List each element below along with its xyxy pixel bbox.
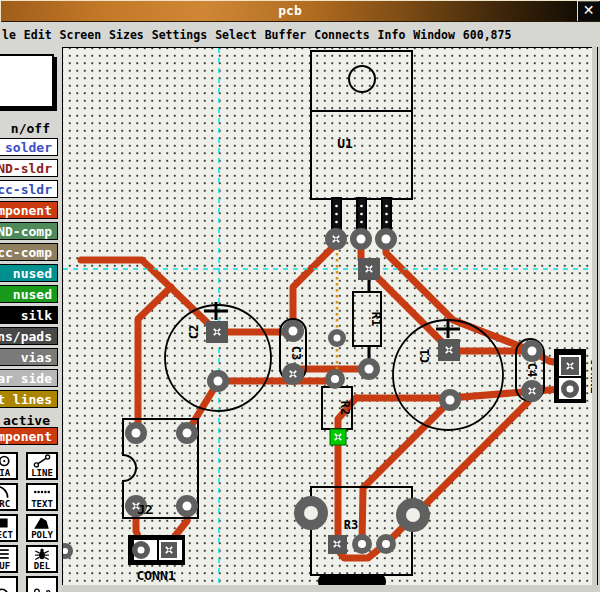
component-c2[interactable]: [165, 302, 271, 411]
label-c4[interactable]: C4: [525, 363, 539, 377]
pcb-application-window: pcb ✕ le Edit Screen Sizes Settings Sele…: [0, 0, 600, 592]
menu-item-connects[interactable]: Connects: [314, 28, 369, 42]
label-r3[interactable]: R3: [344, 518, 358, 532]
menu-item-select[interactable]: Select: [215, 28, 257, 42]
trace[interactable]: [386, 241, 532, 351]
tool-button-del[interactable]: DEL: [26, 545, 58, 573]
sidebar: n/off solder ND-sldr cc-sldr mponent ND-…: [0, 47, 62, 592]
tool-button-rotate[interactable]: [0, 576, 18, 592]
layer-button-gnd-comp[interactable]: ND-comp: [0, 222, 58, 240]
label-conn1[interactable]: CONN1: [136, 568, 175, 583]
tool-label: VIA: [0, 468, 10, 478]
tool-label: TEXT: [31, 499, 53, 509]
layout-preview-box[interactable]: [0, 54, 54, 108]
tool-button-buf[interactable]: BUF: [0, 545, 18, 573]
trace[interactable]: [293, 243, 337, 333]
rect-tool-icon: [0, 516, 11, 530]
tool-label: DEL: [34, 561, 50, 571]
label-r2[interactable]: R2: [338, 401, 352, 415]
trace[interactable]: [138, 287, 171, 431]
via-tool-icon: [0, 454, 11, 468]
tool-button-arc[interactable]: ARC: [0, 483, 18, 511]
component-c1[interactable]: [393, 320, 503, 430]
cursor-position-readout: 600,875: [463, 28, 511, 42]
tool-label: LINE: [31, 468, 53, 478]
menu-item-buffer[interactable]: Buffer: [265, 28, 307, 42]
thermal-tool-icon: [33, 588, 51, 592]
line-tool-icon: [33, 454, 51, 468]
onoff-label: n/off: [0, 121, 58, 136]
text-tool-icon: [33, 485, 51, 499]
layer-button-unused-2[interactable]: nused: [0, 285, 58, 303]
layer-button-vcc-comp[interactable]: cc-comp: [0, 243, 58, 261]
trace[interactable]: [81, 260, 217, 332]
layer-button-pins-pads[interactable]: ns/pads: [0, 327, 58, 345]
titlebar[interactable]: pcb ✕: [0, 0, 600, 22]
layer-button-far-side[interactable]: ar side: [0, 369, 58, 387]
active-layer-button[interactable]: mponent: [0, 427, 58, 445]
bottom-window-edge: [62, 585, 600, 592]
label-c2[interactable]: C2: [187, 325, 201, 339]
tool-button-thermal[interactable]: [26, 576, 58, 592]
layer-button-silk[interactable]: silk: [0, 306, 58, 324]
layer-button-rat-lines[interactable]: t lines: [0, 390, 58, 408]
layer-button-vias[interactable]: vias: [0, 348, 58, 366]
right-window-edge: [592, 47, 600, 592]
layer-button-component[interactable]: mponent: [0, 201, 58, 219]
tool-button-via[interactable]: VIA: [0, 452, 18, 480]
canvas-right-border: [597, 47, 598, 585]
pcb-layout-canvas[interactable]: U1 R1 R2 C3 C4 C2 C1 CONN2 R3 CONN1 J2: [62, 47, 593, 586]
component-u1[interactable]: [311, 51, 412, 230]
layer-button-solder[interactable]: solder: [0, 138, 58, 156]
layer-button-vcc-sldr[interactable]: cc-sldr: [0, 180, 58, 198]
close-icon[interactable]: ✕: [577, 1, 599, 21]
rotate-tool-icon: [0, 588, 11, 592]
tool-button-rect[interactable]: RECT: [0, 514, 18, 542]
label-u1[interactable]: U1: [337, 136, 353, 151]
tool-button-poly[interactable]: POLY: [26, 514, 58, 542]
label-j2[interactable]: J2: [137, 502, 153, 517]
menu-item-screen[interactable]: Screen: [60, 28, 102, 42]
menu-item-settings[interactable]: Settings: [152, 28, 207, 42]
label-c3[interactable]: C3: [289, 346, 303, 360]
active-label: active: [0, 413, 58, 428]
bug-delete-tool-icon: [33, 547, 51, 561]
tool-button-line[interactable]: LINE: [26, 452, 58, 480]
label-r1[interactable]: R1: [369, 312, 383, 326]
menu-item-info[interactable]: Info: [378, 28, 406, 42]
menu-item-file[interactable]: le: [2, 28, 16, 42]
menu-item-edit[interactable]: Edit: [24, 28, 52, 42]
layer-button-unused-1[interactable]: nused: [0, 264, 58, 282]
tool-label: RECT: [0, 530, 13, 540]
menu-item-sizes[interactable]: Sizes: [109, 28, 144, 42]
tool-button-text[interactable]: TEXT: [26, 483, 58, 511]
tool-label: ARC: [0, 499, 10, 509]
menu-item-window[interactable]: Window: [413, 28, 455, 42]
menubar: le Edit Screen Sizes Settings Select Buf…: [0, 22, 600, 47]
buffer-tool-icon: [0, 547, 11, 561]
tool-label: POLY: [31, 530, 53, 540]
layer-button-gnd-sldr[interactable]: ND-sldr: [0, 159, 58, 177]
window-title: pcb: [0, 3, 580, 18]
label-c1[interactable]: C1: [418, 349, 432, 363]
arc-tool-icon: [0, 485, 11, 499]
poly-tool-icon: [33, 516, 51, 530]
tool-label: BUF: [0, 561, 10, 571]
